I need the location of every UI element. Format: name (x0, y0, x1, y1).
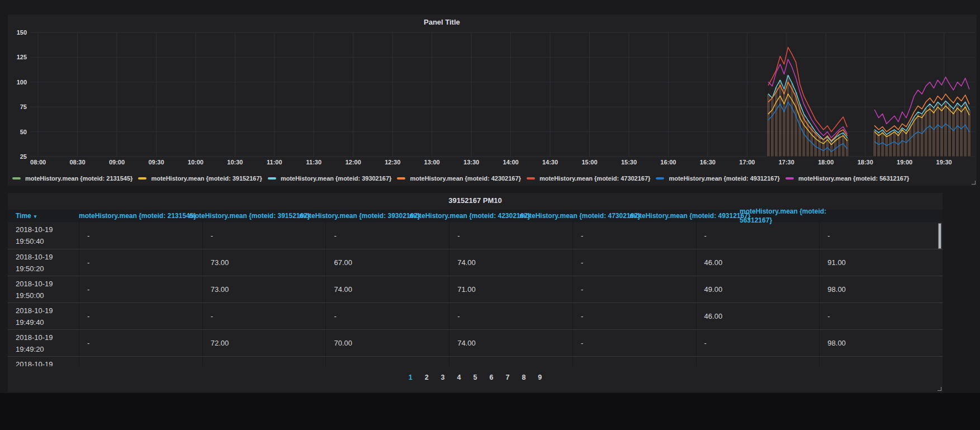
table-header-col-0[interactable]: moteHistory.mean {moteid: 2131545} (79, 212, 189, 220)
legend-item-label: moteHistory.mean {moteid: 47302167} (539, 175, 651, 182)
table-row: 2018-10-1919:50:00-73.0074.0071.00-49.00… (8, 276, 943, 303)
legend-item-39152167[interactable]: moteHistory.mean {moteid: 39152167} (138, 175, 262, 182)
table-header-label: moteHistory.mean {moteid: 39302167} (299, 212, 420, 220)
cell-value (449, 357, 572, 366)
cell-time: 2018-10-1919:50:20 (8, 249, 79, 276)
legend-item-2131545[interactable]: moteHistory.mean {moteid: 2131545} (12, 175, 132, 182)
table-body: 2018-10-1919:50:40-------2018-10-1919:50… (8, 222, 943, 366)
svg-text:11:00: 11:00 (267, 159, 282, 166)
cell-value: 67.00 (325, 249, 449, 276)
cell-time-line: 19:49:20 (16, 343, 79, 355)
graph-panel-resize-handle[interactable] (972, 181, 976, 185)
legend-swatch-icon (785, 177, 794, 179)
cell-value: 71.00 (449, 276, 572, 303)
svg-text:16:00: 16:00 (660, 159, 676, 166)
cell-time: 2018-10-1919:49:40 (8, 303, 79, 329)
svg-text:75: 75 (20, 103, 27, 110)
page-link-8[interactable]: 8 (522, 374, 525, 381)
legend-item-label: moteHistory.mean {moteid: 56312167} (798, 175, 910, 182)
cell-value: 91.00 (819, 249, 943, 276)
table-header-label: moteHistory.mean {moteid: 49312167} (629, 212, 751, 220)
cell-value (819, 357, 943, 366)
page-link-3[interactable]: 3 (441, 374, 445, 381)
table-header-col-1[interactable]: moteHistory.mean {moteid: 39152167} (189, 212, 299, 220)
cell-time: 2018-10-1919:49:20 (8, 330, 79, 356)
cell-value (572, 357, 696, 366)
cell-date-line: 2018-10-19 (16, 251, 79, 263)
svg-text:18:30: 18:30 (858, 159, 873, 166)
table-header-col-5[interactable]: moteHistory.mean {moteid: 49312167} (629, 212, 740, 220)
table-panel-title[interactable]: 39152167 PM10 (448, 196, 501, 205)
cell-value: 46.00 (696, 249, 820, 276)
legend-item-56312167[interactable]: moteHistory.mean {moteid: 56312167} (785, 175, 910, 182)
table-header-col-3[interactable]: moteHistory.mean {moteid: 42302167} (409, 212, 519, 220)
svg-text:25: 25 (20, 153, 27, 160)
cell-time-line: 19:50:20 (16, 263, 79, 275)
bars-layer (766, 75, 970, 157)
page-link-6[interactable]: 6 (489, 374, 493, 381)
page-link-2[interactable]: 2 (425, 374, 429, 381)
table-header-row: Time▾moteHistory.mean {moteid: 2131545}m… (8, 210, 943, 222)
table-header-col-4[interactable]: moteHistory.mean {moteid: 47302167} (519, 212, 629, 220)
table-panel-resize-handle[interactable] (938, 387, 941, 391)
table-header-label: moteHistory.mean {moteid: 2131545} (79, 212, 196, 220)
cell-time-line: 19:49:40 (16, 316, 79, 328)
cell-value (696, 357, 820, 366)
legend-item-label: moteHistory.mean {moteid: 49312167} (669, 175, 780, 182)
cell-value: 74.00 (325, 276, 449, 303)
page-link-1[interactable]: 1 (409, 374, 413, 381)
cell-value: - (79, 303, 202, 329)
table-header-col-2[interactable]: moteHistory.mean {moteid: 39302167} (299, 212, 409, 220)
svg-text:11:30: 11:30 (306, 159, 322, 166)
cell-value: - (202, 222, 326, 249)
svg-text:14:30: 14:30 (542, 159, 558, 166)
table-header-time[interactable]: Time▾ (8, 212, 79, 220)
cell-value: - (325, 303, 449, 329)
cell-value: - (79, 249, 202, 276)
y-axis-labels: 150125100755025 (17, 29, 27, 160)
table-row: 2018-10-1919:49:20-72.0070.0074.00--98.0… (8, 329, 943, 356)
legend-item-47302167[interactable]: moteHistory.mean {moteid: 47302167} (527, 175, 651, 182)
svg-text:17:30: 17:30 (779, 159, 794, 166)
cell-date-line: 2018-10-19 (16, 278, 79, 290)
time-series-chart[interactable]: 08:0008:3009:0009:3010:0010:3011:0011:30… (8, 15, 977, 171)
cell-value: - (819, 222, 943, 249)
cell-value: - (696, 330, 820, 356)
cell-value: - (202, 303, 326, 329)
legend-item-label: moteHistory.mean {moteid: 2131545} (25, 175, 132, 182)
cell-value (325, 357, 449, 366)
cell-value: 98.00 (819, 330, 943, 356)
table-header-label: moteHistory.mean {moteid: 56312167} (740, 207, 843, 225)
cell-value: - (572, 303, 696, 329)
cell-value: - (572, 276, 696, 303)
table-scrollbar-thumb[interactable] (938, 223, 941, 249)
cell-value: 73.00 (202, 276, 326, 303)
legend-item-39302167[interactable]: moteHistory.mean {moteid: 39302167} (268, 175, 392, 182)
table-row: 2018-10-19 (8, 356, 943, 366)
graph-panel: Panel Title 08:0008:3009:0009:3010:0010:… (8, 15, 977, 186)
svg-text:15:00: 15:00 (581, 159, 597, 166)
table-header-label: moteHistory.mean {moteid: 47302167} (519, 212, 641, 220)
svg-text:19:30: 19:30 (936, 159, 952, 166)
cell-date-line: 2018-10-19 (16, 358, 79, 366)
cell-value: - (79, 222, 202, 249)
cell-value: 73.00 (202, 249, 326, 276)
cell-value: - (819, 303, 943, 329)
page-link-9[interactable]: 9 (538, 374, 542, 381)
table-panel: 39152167 PM10 Time▾moteHistory.mean {mot… (8, 193, 943, 392)
time-header-label: Time (16, 212, 31, 220)
cell-value: 74.00 (449, 249, 572, 276)
legend-item-label: moteHistory.mean {moteid: 39302167} (281, 175, 392, 182)
legend-item-49312167[interactable]: moteHistory.mean {moteid: 49312167} (656, 175, 780, 182)
cell-value (202, 357, 326, 366)
page-link-4[interactable]: 4 (457, 374, 461, 381)
table-header-col-6[interactable]: moteHistory.mean {moteid: 56312167} (740, 207, 943, 225)
legend-item-42302167[interactable]: moteHistory.mean {moteid: 42302167} (397, 175, 521, 182)
page-link-7[interactable]: 7 (505, 374, 509, 381)
svg-text:125: 125 (17, 54, 27, 60)
page-link-5[interactable]: 5 (474, 374, 477, 381)
table-row: 2018-10-1919:49:40-----46.00- (8, 303, 943, 329)
cell-value: - (572, 222, 696, 249)
table-header-label: moteHistory.mean {moteid: 42302167} (409, 212, 531, 220)
svg-text:13:30: 13:30 (463, 159, 479, 166)
